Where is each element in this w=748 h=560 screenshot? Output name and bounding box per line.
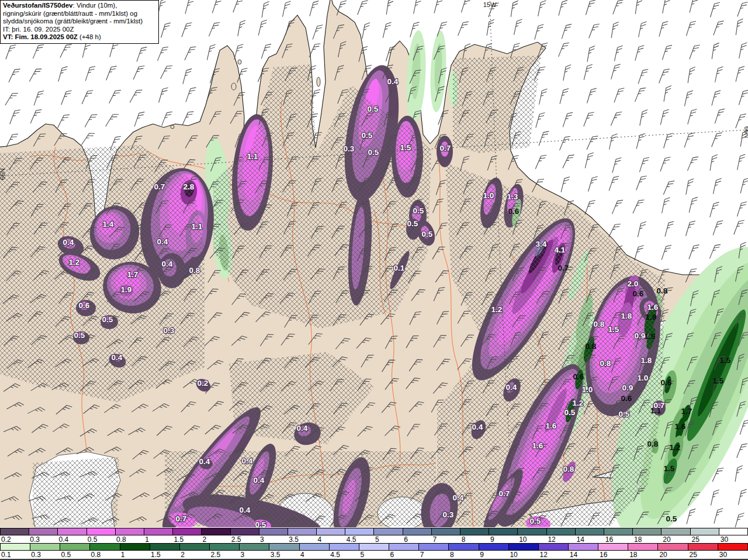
- precip-value-label: 0.4: [506, 383, 517, 392]
- precip-value-label: 0.4: [297, 424, 308, 433]
- colorbar-tick-label: 3: [241, 551, 245, 559]
- precip-value-label: 1.9: [646, 313, 657, 322]
- precip-value-label: 1.6: [546, 421, 557, 430]
- precip-value-label: 0.1: [394, 264, 405, 272]
- colorbar-tick-label: 0.4: [58, 535, 68, 544]
- precip-value-label: 0.4: [63, 238, 74, 247]
- colorbar-tick-label: 6: [390, 551, 394, 559]
- colorbar-cell: [431, 528, 460, 535]
- colorbar-tick-label: 9: [490, 535, 494, 544]
- precip-value-label: 1.5: [720, 356, 731, 365]
- colorbar-tick-label: 3.5: [271, 551, 280, 559]
- snow-colorbar: 0.20.30.40.50.811.522.533.544.5567891012…: [0, 528, 748, 543]
- colorbar-cell: [29, 528, 57, 535]
- precip-value-label: 1.8: [621, 312, 632, 320]
- colorbar-tick-label: 10: [519, 535, 527, 544]
- valid-time: VT: Fim. 18.09.2025 00Z: [3, 33, 78, 40]
- snow-colorbar-labels: 0.20.30.40.50.811.522.533.544.5567891012…: [0, 535, 748, 543]
- precip-value-label: 0.5: [565, 408, 576, 417]
- precip-value-label: 1.9: [121, 285, 132, 294]
- precip-value-label: 0.4: [199, 457, 210, 466]
- colorbar-cell: [57, 528, 86, 535]
- legend-line-rain: rigning/skúrir (grænt/blátt/rautt - mm/1…: [3, 10, 156, 18]
- precip-value-label: 0.5: [530, 517, 541, 526]
- colorbar-tick-label: 0.5: [61, 551, 71, 559]
- colorbar-cell: [418, 544, 448, 550]
- colorbar-tick-label: 6: [404, 535, 408, 544]
- precip-value-label: 0.4: [162, 260, 173, 268]
- precip-value-label: 0.4: [254, 476, 265, 485]
- colorbar-tick-label: 0.3: [30, 535, 40, 544]
- colorbar-cell: [115, 528, 144, 535]
- parallel-label-66n-left: 66N: [0, 168, 6, 180]
- precip-value-label: 0.5: [368, 105, 379, 113]
- precip-value-label: 0.5: [619, 410, 630, 419]
- colorbar-tick-label: 1: [121, 551, 125, 559]
- colorbar-tick-label: 7: [432, 535, 437, 544]
- colorbar-cell: [538, 544, 568, 550]
- precip-value-label: 1.3: [507, 192, 518, 201]
- valid-time-line: VT: Fim. 18.09.2025 00Z (+48 h): [3, 33, 156, 42]
- precip-value-label: 0.4: [472, 423, 483, 431]
- colorbar-tick-label: 14: [577, 535, 584, 544]
- model-name: Veðurstofan/IS750dev: [3, 2, 73, 9]
- precip-value-label: 1.1: [192, 222, 203, 231]
- colorbar-tick-label: 2: [203, 535, 207, 544]
- colorbar-tick-label: 14: [570, 551, 577, 559]
- colorbar-tick-label: 2.5: [210, 551, 220, 559]
- colorbar-cell: [517, 528, 546, 535]
- precip-value-label: 1.5: [608, 325, 619, 334]
- colorbar-tick-label: 16: [600, 551, 607, 559]
- precip-value-label: 1.2: [491, 305, 503, 314]
- colorbar-cell: [30, 544, 60, 550]
- precip-value-label: 0.5: [74, 331, 85, 340]
- colorbar-cell: [150, 544, 179, 550]
- colorbar-cell: [60, 544, 89, 550]
- colorbar-cell: [89, 544, 119, 550]
- colorbar-tick-label: 5: [375, 535, 379, 544]
- precip-value-label: 1.7: [127, 270, 138, 279]
- rain-colorbar-cells: [0, 543, 748, 551]
- precip-value-label: 0.8: [600, 359, 611, 368]
- precip-value-label: 0.9: [635, 331, 646, 340]
- precip-value-label: 1.5: [400, 143, 411, 152]
- precip-value-label: 0.5: [102, 315, 113, 324]
- colorbar-cell: [329, 544, 359, 550]
- precip-value-label: 0.6: [508, 207, 520, 216]
- colorbar-cell: [120, 544, 150, 550]
- precip-value-label: 0.7: [440, 144, 451, 153]
- colorbar-cell: [1, 544, 30, 550]
- colorbar-tick-label: 20: [659, 551, 667, 559]
- colorbar-cell: [688, 544, 718, 550]
- precip-value-label: 4.1: [555, 246, 566, 254]
- colorbar-cell: [373, 528, 402, 535]
- rain-colorbar: 0.10.30.50.811.522.533.544.5567891012141…: [0, 543, 748, 558]
- colorbar-cell: [661, 528, 690, 535]
- colorbar-cell: [508, 544, 538, 550]
- precip-value-label: 0.7: [558, 264, 569, 272]
- colorbar-cell: [479, 544, 508, 550]
- colorbar-tick-label: 4: [300, 551, 304, 559]
- colorbar-tick-label: 7: [420, 551, 424, 559]
- precip-value-label: 0.3: [443, 510, 454, 519]
- precip-value-label: 0.7: [154, 182, 165, 191]
- snow-colorbar-cells: [0, 528, 748, 535]
- precip-value-label: 0.5: [413, 206, 424, 215]
- colorbar-cell: [172, 528, 201, 535]
- precip-value-label: 2.8: [183, 182, 195, 191]
- precip-value-label: 0.6: [621, 394, 632, 403]
- colorbar-tick-label: 5: [360, 551, 364, 559]
- colorbar-tick-label: 1.5: [151, 551, 161, 559]
- colorbar-cell: [657, 544, 687, 550]
- precip-value-label: 1.2: [69, 258, 80, 267]
- precip-value-label: 2.0: [628, 279, 639, 288]
- model-legend-box: Veðurstofan/IS750dev: Vindur (10m), rign…: [0, 0, 159, 44]
- precip-value-label: 0.4: [453, 493, 464, 502]
- colorbar-tick-label: 0.1: [1, 551, 11, 559]
- precip-value-label: 0.6: [633, 289, 644, 298]
- colorbar-cell: [575, 528, 604, 535]
- precip-value-label: 0.7: [499, 489, 510, 498]
- colorbar-tick-label: 16: [605, 535, 613, 544]
- colorbar-tick-label: 18: [629, 551, 637, 559]
- colorbar-cell: [632, 528, 661, 535]
